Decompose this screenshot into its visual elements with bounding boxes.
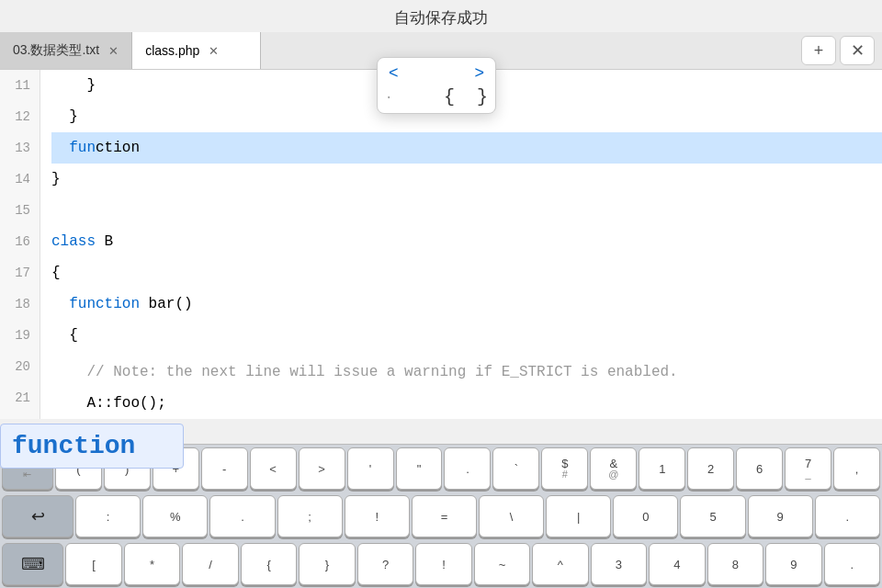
key-minus[interactable]: - (201, 447, 248, 490)
key-backslash[interactable]: \ (479, 495, 544, 537)
tab-actions: + ✕ (794, 32, 882, 69)
code-line-20: // Note: the next line will issue a warn… (51, 351, 882, 388)
key-2[interactable]: 2 (687, 447, 734, 490)
key-colon[interactable]: : (75, 495, 141, 537)
key-4[interactable]: 4 (649, 543, 705, 585)
key-exclaim-2[interactable]: ! (415, 543, 471, 585)
key-3[interactable]: 3 (591, 543, 647, 585)
tab-datatypes-close[interactable]: ✕ (108, 44, 119, 58)
autocomplete-popup: < > · { } (377, 57, 496, 114)
key-period[interactable]: . (209, 495, 275, 537)
key-7-underscore[interactable]: 7 _ (785, 447, 831, 490)
line-num-13: 13 (9, 132, 30, 164)
bottom-suggestion-text: function (12, 432, 135, 460)
autocomplete-content: · { } (385, 86, 488, 107)
tab-classphp[interactable]: class.php ✕ (132, 32, 261, 69)
code-lines[interactable]: } } function } class B { function bar() (40, 70, 882, 419)
line-num-19: 19 (9, 320, 30, 351)
line-num-17: 17 (9, 257, 30, 288)
key-backtick[interactable]: ` (492, 447, 539, 490)
autocomplete-braces: { } (444, 86, 488, 107)
key-caret[interactable]: ^ (532, 543, 588, 585)
key-question[interactable]: ? (357, 543, 413, 585)
line-num-14: 14 (9, 164, 30, 195)
key-slash[interactable]: / (182, 543, 238, 585)
code-line-13: function (51, 132, 882, 164)
key-keyboard-icon[interactable]: ⌨ (2, 543, 63, 585)
key-exclaim[interactable]: ! (345, 495, 410, 537)
key-undo[interactable]: ↩ (2, 495, 74, 537)
code-line-21: A::foo(); (51, 388, 882, 419)
key-amp-at[interactable]: & @ (590, 447, 637, 490)
line-num-16: 16 (9, 226, 30, 257)
key-6[interactable]: 6 (736, 447, 783, 490)
key-period-2[interactable]: . (815, 495, 880, 537)
key-8[interactable]: 8 (707, 543, 763, 585)
key-dollar-hash[interactable]: $ # (541, 447, 588, 490)
key-1[interactable]: 1 (639, 447, 685, 490)
key-open-curly[interactable]: { (241, 543, 297, 585)
key-0[interactable]: 0 (613, 495, 678, 537)
key-single-quote[interactable]: ' (347, 447, 394, 490)
key-semicolon[interactable]: ; (277, 495, 343, 537)
code-line-17: { (51, 257, 882, 288)
line-num-20: 20 (9, 351, 30, 382)
key-9-2[interactable]: 9 (765, 543, 821, 585)
key-percent[interactable]: % (142, 495, 208, 537)
key-double-quote[interactable]: " (396, 447, 443, 490)
key-9[interactable]: 9 (748, 495, 813, 537)
code-line-14: } (51, 164, 882, 195)
keyboard-row-2: ↩ : % . ; ! = \ | 0 5 9 . (0, 492, 882, 540)
line-num-18: 18 (9, 288, 30, 320)
code-line-15 (51, 195, 882, 226)
key-5[interactable]: 5 (680, 495, 745, 537)
line-numbers: 11 12 13 14 15 16 17 18 19 20 21 (0, 70, 40, 419)
key-gt[interactable]: > (299, 447, 345, 490)
tab-datatypes-label: 03.数据类型.txt (13, 42, 99, 59)
key-tilde[interactable]: ~ (474, 543, 530, 585)
bottom-suggestion[interactable]: function (0, 424, 184, 469)
autocomplete-dot: · (385, 90, 392, 105)
keyboard-row-3: ⌨ [ * / { } ? ! ~ ^ 3 4 8 9 . (0, 540, 882, 588)
autosave-text: 自动保存成功 (394, 9, 488, 27)
close-tab-button[interactable]: ✕ (840, 36, 875, 65)
line-num-11: 11 (9, 70, 30, 101)
tab-datatypes[interactable]: 03.数据类型.txt ✕ (0, 32, 132, 69)
key-open-bracket[interactable]: [ (65, 543, 121, 585)
key-pipe[interactable]: | (546, 495, 611, 537)
autocomplete-next[interactable]: > (474, 63, 484, 83)
add-tab-button[interactable]: + (801, 36, 836, 65)
code-line-18: function bar() (51, 288, 882, 320)
tab-classphp-close[interactable]: ✕ (209, 44, 219, 58)
line-num-21: 21 (9, 382, 30, 413)
key-close-curly[interactable]: } (299, 543, 355, 585)
key-equals[interactable]: = (412, 495, 477, 537)
line-num-12: 12 (9, 101, 30, 132)
code-line-16: class B (51, 226, 882, 257)
editor-area: 11 12 13 14 15 16 17 18 19 20 21 } } fun… (0, 70, 882, 419)
key-lt[interactable]: < (250, 447, 297, 490)
key-dot[interactable]: . (444, 447, 491, 490)
code-line-19: { (51, 320, 882, 351)
tab-classphp-label: class.php (145, 43, 199, 58)
autocomplete-prev[interactable]: < (389, 63, 399, 83)
key-period-3[interactable]: . (824, 543, 880, 585)
key-comma[interactable]: , (833, 447, 880, 490)
top-bar: 自动保存成功 (0, 0, 882, 32)
line-num-15: 15 (9, 195, 30, 226)
autocomplete-nav: < > (385, 63, 488, 83)
key-asterisk[interactable]: * (124, 543, 180, 585)
